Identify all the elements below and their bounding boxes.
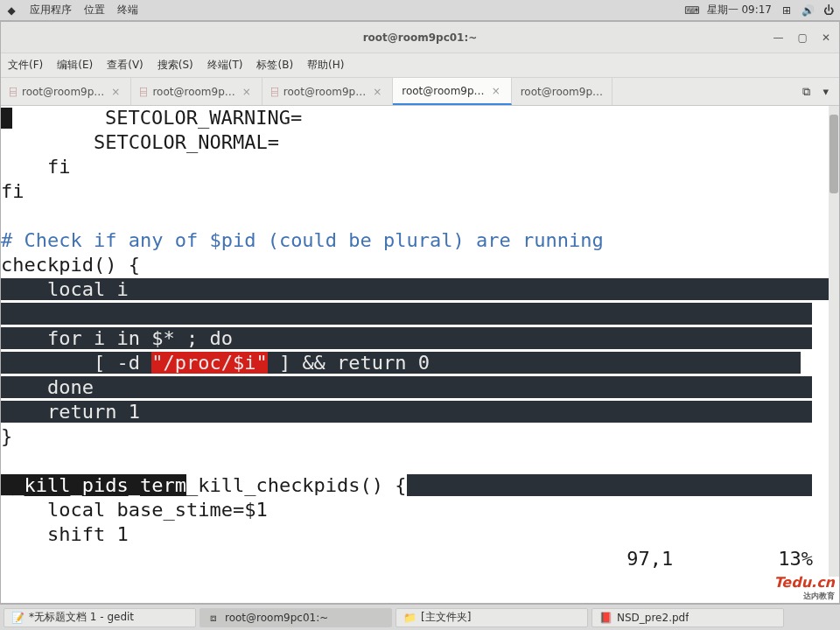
code-line: SETCOLOR_NORMAL= bbox=[1, 131, 279, 153]
terminal-tab-icon: ⌸ bbox=[10, 85, 17, 98]
keyboard-icon[interactable]: ⌨ bbox=[686, 4, 698, 17]
tab-menu-icon[interactable]: ▾ bbox=[822, 85, 829, 98]
code-line: SETCOLOR_WARNING= bbox=[12, 107, 302, 129]
terminal-window: root@room9pc01:~ — ▢ ✕ 文件(F) 编辑(E) 查看(V)… bbox=[0, 21, 840, 604]
close-button[interactable]: ✕ bbox=[822, 32, 830, 44]
activities-icon[interactable]: ◆ bbox=[5, 4, 18, 17]
menu-terminal[interactable]: 终端(T) bbox=[207, 58, 243, 73]
pdf-icon: 📕 bbox=[599, 612, 612, 624]
maximize-button[interactable]: ▢ bbox=[798, 32, 808, 44]
vim-percent: 13% bbox=[778, 547, 813, 571]
menu-search[interactable]: 搜索(S) bbox=[158, 58, 193, 73]
gedit-icon: 📝 bbox=[11, 612, 24, 624]
watermark-logo: Tedu.cn 达内教育 bbox=[774, 574, 835, 602]
tab-4[interactable]: root@room9p… × bbox=[393, 78, 511, 105]
tab-5[interactable]: root@room9p… bbox=[512, 78, 612, 105]
panel-clock[interactable]: 星期一 09:17 bbox=[707, 3, 772, 18]
code-comment: # Check if any of $pid (could be plural)… bbox=[1, 229, 604, 251]
taskbar-label: NSD_pre2.pdf bbox=[617, 612, 689, 624]
code-search-match: __kill_pids_term bbox=[1, 474, 186, 496]
tab-1[interactable]: ⌸ root@room9p… × bbox=[1, 78, 131, 105]
taskbar-label: [主文件夹] bbox=[421, 610, 471, 625]
menu-view[interactable]: 查看(V) bbox=[107, 58, 144, 73]
tab-3[interactable]: ⌸ root@room9p… × bbox=[262, 78, 393, 105]
tab-label: root@room9p… bbox=[284, 86, 366, 98]
taskbar-item-pdf[interactable]: 📕 NSD_pre2.pdf bbox=[592, 608, 784, 627]
taskbar-label: root@room9pc01:~ bbox=[225, 612, 328, 624]
tab-label: root@room9p… bbox=[22, 86, 104, 98]
code-line: local base_stime=$1 bbox=[1, 499, 268, 521]
titlebar[interactable]: root@room9pc01:~ — ▢ ✕ bbox=[1, 22, 839, 53]
code-line: fi bbox=[1, 180, 24, 202]
panel-menu-places[interactable]: 位置 bbox=[84, 3, 105, 18]
desktop-taskbar: 📝 *无标题文档 1 - gedit ⧈ root@room9pc01:~ 📁 … bbox=[0, 604, 840, 630]
menu-edit[interactable]: 编辑(E) bbox=[57, 58, 93, 73]
taskbar-label: *无标题文档 1 - gedit bbox=[29, 610, 134, 625]
terminal-tab-icon: ⌸ bbox=[271, 85, 278, 98]
network-icon[interactable]: ⊞ bbox=[780, 4, 793, 17]
power-icon[interactable]: ⏻ bbox=[822, 4, 835, 17]
terminal-tab-icon: ⌸ bbox=[140, 85, 147, 98]
tabbar: ⌸ root@room9p… × ⌸ root@room9p… × ⌸ root… bbox=[1, 78, 839, 106]
tab-label: root@room9p… bbox=[402, 85, 484, 97]
panel-menu-apps[interactable]: 应用程序 bbox=[30, 3, 72, 18]
tab-close-icon[interactable]: × bbox=[490, 85, 502, 97]
tab-close-icon[interactable]: × bbox=[371, 86, 383, 98]
terminal-icon: ⧈ bbox=[207, 612, 220, 624]
menu-help[interactable]: 帮助(H) bbox=[307, 58, 344, 73]
desktop-top-panel: ◆ 应用程序 位置 终端 ⌨ 星期一 09:17 ⊞ 🔊 ⏻ bbox=[0, 0, 840, 21]
panel-menu-terminal[interactable]: 终端 bbox=[117, 3, 138, 18]
volume-icon[interactable]: 🔊 bbox=[802, 4, 814, 17]
tab-label: root@room9p… bbox=[521, 86, 603, 98]
taskbar-item-files[interactable]: 📁 [主文件夹] bbox=[396, 608, 588, 627]
tab-2[interactable]: ⌸ root@room9p… × bbox=[131, 78, 262, 105]
vim-position: 97,1 bbox=[626, 547, 673, 571]
menubar: 文件(F) 编辑(E) 查看(V) 搜索(S) 终端(T) 标签(B) 帮助(H… bbox=[1, 53, 839, 78]
code-line: shift 1 bbox=[1, 523, 129, 545]
files-icon: 📁 bbox=[403, 612, 416, 624]
tab-label: root@room9p… bbox=[152, 86, 234, 98]
vim-statusbar: 97,1 13% bbox=[1, 547, 839, 571]
tab-close-icon[interactable]: × bbox=[241, 86, 253, 98]
code-line: checkpid() { bbox=[1, 254, 140, 276]
tab-close-icon[interactable]: × bbox=[109, 86, 122, 98]
code-highlight: local i for i in $* ; do bbox=[1, 278, 839, 423]
code-string: "/proc/$i" bbox=[151, 352, 267, 374]
minimize-button[interactable]: — bbox=[774, 32, 784, 44]
code-line: fi bbox=[1, 156, 70, 178]
code-highlight bbox=[407, 474, 813, 496]
menu-file[interactable]: 文件(F) bbox=[8, 58, 43, 73]
taskbar-item-gedit[interactable]: 📝 *无标题文档 1 - gedit bbox=[4, 608, 196, 627]
scrollbar[interactable] bbox=[829, 106, 839, 577]
tab-overflow-icon[interactable]: ⧉ bbox=[802, 85, 810, 99]
menu-tabs[interactable]: 标签(B) bbox=[256, 58, 293, 73]
taskbar-item-terminal[interactable]: ⧈ root@room9pc01:~ bbox=[200, 608, 392, 627]
terminal-content[interactable]: SETCOLOR_WARNING= SETCOLOR_NORMAL= fi fi… bbox=[1, 106, 839, 603]
scrollbar-thumb[interactable] bbox=[830, 115, 838, 193]
code-line: _kill_checkpids() { bbox=[186, 474, 407, 496]
window-title: root@room9pc01:~ bbox=[363, 32, 478, 44]
code-line: } bbox=[1, 425, 12, 447]
vim-cursor bbox=[1, 108, 12, 129]
